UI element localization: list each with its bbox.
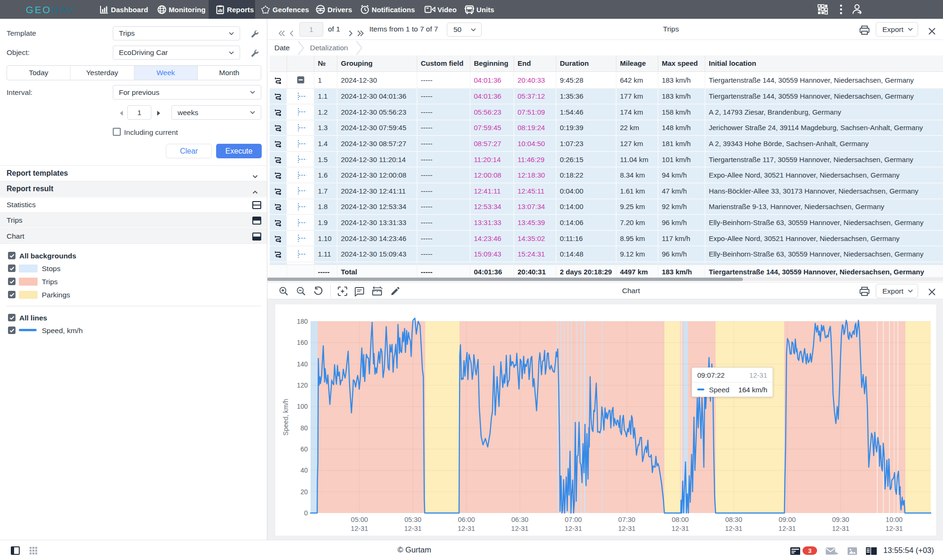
svg-text:60: 60 (300, 445, 308, 453)
svg-text:12-31: 12-31 (458, 525, 475, 532)
svg-text:10:00: 10:00 (886, 516, 903, 523)
svg-text:12-31: 12-31 (511, 525, 529, 532)
svg-text:05:00: 05:00 (351, 516, 368, 523)
svg-text:09:00: 09:00 (779, 516, 795, 523)
svg-text:12-31: 12-31 (618, 525, 635, 532)
svg-text:100: 100 (297, 403, 308, 410)
svg-text:06:00: 06:00 (458, 516, 475, 523)
svg-text:12-31: 12-31 (725, 525, 742, 532)
svg-text:05:30: 05:30 (405, 516, 421, 523)
svg-text:08:30: 08:30 (725, 516, 742, 523)
svg-text:80: 80 (300, 424, 308, 432)
svg-text:12-31: 12-31 (779, 525, 796, 532)
svg-text:180: 180 (297, 318, 308, 325)
svg-text:160: 160 (297, 339, 308, 346)
svg-text:120: 120 (297, 381, 308, 389)
svg-text:12-31: 12-31 (671, 525, 689, 532)
svg-text:140: 140 (297, 360, 308, 368)
svg-text:Speed, km/h: Speed, km/h (282, 399, 289, 436)
svg-text:06:30: 06:30 (511, 516, 528, 523)
svg-text:07:00: 07:00 (565, 516, 582, 523)
svg-text:20: 20 (300, 488, 308, 496)
svg-text:08:00: 08:00 (672, 516, 689, 523)
svg-text:12-31: 12-31 (351, 525, 368, 532)
svg-text:12-31: 12-31 (885, 525, 903, 532)
svg-text:0: 0 (304, 509, 308, 517)
svg-text:12-31: 12-31 (404, 525, 421, 532)
svg-text:40: 40 (300, 467, 308, 474)
svg-text:07:30: 07:30 (618, 516, 635, 523)
svg-text:12-31: 12-31 (832, 525, 849, 532)
svg-text:12-31: 12-31 (565, 525, 582, 532)
svg-text:09:30: 09:30 (832, 516, 849, 523)
